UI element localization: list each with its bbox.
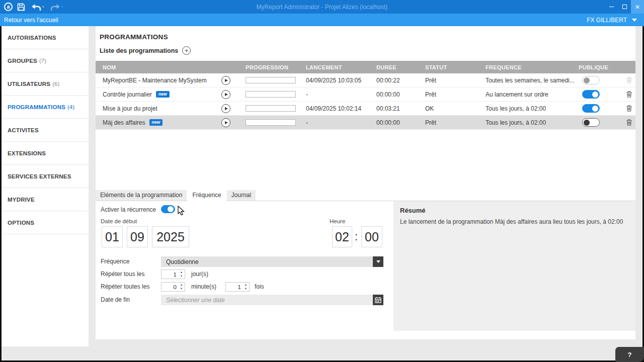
close-button[interactable]: ✕	[631, 0, 644, 14]
undo-icon	[31, 3, 41, 11]
repeat-times-stepper[interactable]: ▲▼	[225, 282, 250, 292]
delete-button[interactable]	[623, 119, 635, 126]
run-program-button[interactable]	[221, 76, 230, 85]
trash-icon	[626, 77, 632, 83]
tab-journal[interactable]: Journal	[227, 190, 256, 201]
sidebar-item-programmations[interactable]: PROGRAMMATIONS(4)	[2, 96, 89, 119]
repeat-every-input[interactable]	[162, 270, 178, 279]
redo-button[interactable]: ▾	[49, 0, 65, 14]
list-title: Liste des programmations	[100, 47, 178, 54]
spinner-up-icon[interactable]: ▲	[180, 270, 183, 275]
duree-value: 00:00:00	[372, 119, 423, 126]
repeat-every-unit: jour(s)	[191, 270, 208, 278]
minimize-button[interactable]	[605, 0, 618, 14]
sidebar-item-mydrive[interactable]: MYDRIVE	[2, 188, 89, 211]
repeat-each-input[interactable]	[162, 283, 178, 291]
duree-value: 00:00:22	[372, 77, 423, 84]
table-row[interactable]: Contrôle journaliernew - 00:00:00 Prêt A…	[96, 87, 635, 102]
run-program-button[interactable]	[221, 104, 230, 113]
window-title: MyReport Administrator - Projet Alizes (…	[0, 4, 644, 11]
chevron-down-icon	[376, 260, 380, 263]
play-icon	[225, 79, 228, 82]
spinner-up-icon[interactable]: ▲	[245, 283, 247, 287]
spinner-down-icon[interactable]: ▼	[180, 275, 183, 279]
spinner-up-icon[interactable]: ▲	[180, 283, 183, 287]
tab-elements[interactable]: Eléments de la programmation	[96, 190, 187, 201]
run-program-button[interactable]	[221, 118, 230, 127]
frequency-value: Quotidienne	[161, 258, 373, 265]
sidebar-item-options[interactable]: OPTIONS	[2, 211, 89, 234]
page-title: PROGRAMMATIONS	[100, 33, 168, 41]
sidebar-item-autorisations[interactable]: AUTORISATIONS	[2, 26, 89, 49]
start-day-field[interactable]: 01	[102, 226, 123, 247]
trash-icon	[626, 119, 632, 126]
user-menu[interactable]: FX GILLIBERT	[587, 17, 644, 24]
spinner-down-icon[interactable]: ▼	[245, 287, 247, 291]
publique-toggle[interactable]	[582, 76, 600, 84]
lancement-value: -	[302, 91, 372, 98]
sidebar-item-services-externes[interactable]: SERVICES EXTERNES	[2, 165, 89, 188]
sidebar-item-groupes[interactable]: GROUPES(7)	[2, 49, 89, 72]
time-colon: :	[355, 230, 358, 243]
trash-icon	[626, 105, 632, 112]
publique-toggle[interactable]	[582, 90, 600, 99]
app-window: a ▾ ▾ MyReport Administrator - Projet Al…	[0, 0, 644, 362]
minute-field[interactable]: 00	[361, 226, 382, 247]
help-button[interactable]: ?	[615, 347, 644, 362]
table-row[interactable]: Màj des affairesnew - 00:00:00 Prêt Tous…	[96, 116, 635, 130]
repeat-times-input[interactable]	[226, 283, 243, 291]
header-statut: STATUT	[423, 64, 483, 70]
add-programmation-button[interactable]: +	[182, 46, 191, 55]
summary-title: Résumé	[393, 201, 635, 214]
date-end-field[interactable]	[161, 295, 383, 305]
tab-frequence[interactable]: Fréquence	[188, 190, 225, 201]
play-icon	[225, 107, 228, 110]
maximize-button[interactable]	[618, 0, 631, 14]
hour-field[interactable]: 02	[332, 226, 352, 247]
program-name: Contrôle journalier	[103, 91, 152, 98]
redo-dropdown-caret[interactable]: ▾	[61, 5, 63, 9]
undo-dropdown-caret[interactable]: ▾	[42, 5, 44, 9]
statut-value: Prêt	[423, 119, 483, 126]
undo-button[interactable]: ▾	[30, 0, 46, 14]
program-name: Màj des affaires	[103, 119, 145, 126]
lancement-value: 04/09/2025 10:02:14	[302, 105, 372, 112]
sidebar-item-utilisateurs[interactable]: UTILISATEURS(6)	[2, 72, 89, 96]
start-month-field[interactable]: 09	[127, 226, 148, 247]
statut-value: Prêt	[423, 77, 483, 84]
spinner-down-icon[interactable]: ▼	[180, 287, 183, 291]
recurrence-toggle-label: Activer la récurrence	[101, 206, 156, 213]
delete-button[interactable]	[623, 77, 635, 83]
repeat-every-stepper[interactable]: ▲▼	[161, 269, 185, 279]
header-duree: DUREE	[372, 64, 423, 70]
detail-tabs: Eléments de la programmation Fréquence J…	[96, 190, 635, 201]
delete-button[interactable]	[623, 91, 635, 98]
table-body: MyReportBE - Maintenance MySystem 04/09/…	[96, 73, 635, 130]
select-dropdown-button[interactable]	[373, 256, 383, 267]
save-button[interactable]	[16, 0, 27, 14]
redo-icon	[50, 3, 60, 11]
recurrence-toggle[interactable]	[161, 205, 175, 213]
date-end-input[interactable]	[161, 297, 373, 304]
progress-bar	[246, 119, 296, 126]
table-row[interactable]: Mise à jour du projet 04/09/2025 10:02:1…	[96, 102, 635, 116]
repeat-each-stepper[interactable]: ▲▼	[161, 282, 185, 292]
header-lancement: LANCEMENT	[302, 64, 372, 70]
program-name: MyReportBE - Maintenance MySystem	[103, 77, 207, 84]
frequency-select[interactable]: Quotidienne	[161, 256, 383, 267]
delete-button[interactable]	[623, 105, 635, 112]
start-year-field[interactable]: 2025	[152, 226, 189, 247]
table-row[interactable]: MyReportBE - Maintenance MySystem 04/09/…	[96, 73, 635, 87]
main-panel: PROGRAMMATIONS Liste des programmations …	[96, 26, 635, 339]
publique-toggle[interactable]	[582, 118, 600, 127]
publique-toggle[interactable]	[582, 104, 600, 113]
hour-label: Heure	[330, 218, 345, 224]
run-program-button[interactable]	[221, 90, 230, 99]
calendar-button[interactable]	[373, 295, 383, 305]
back-home-link[interactable]: Retour vers l'accueil	[0, 17, 58, 24]
sidebar-item-activites[interactable]: ACTIVITES	[2, 119, 89, 142]
sidebar-item-extensions[interactable]: EXTENSIONS	[2, 142, 89, 165]
trash-icon	[626, 91, 632, 98]
progress-bar	[246, 77, 296, 83]
duree-value: 00:00:00	[372, 91, 423, 98]
